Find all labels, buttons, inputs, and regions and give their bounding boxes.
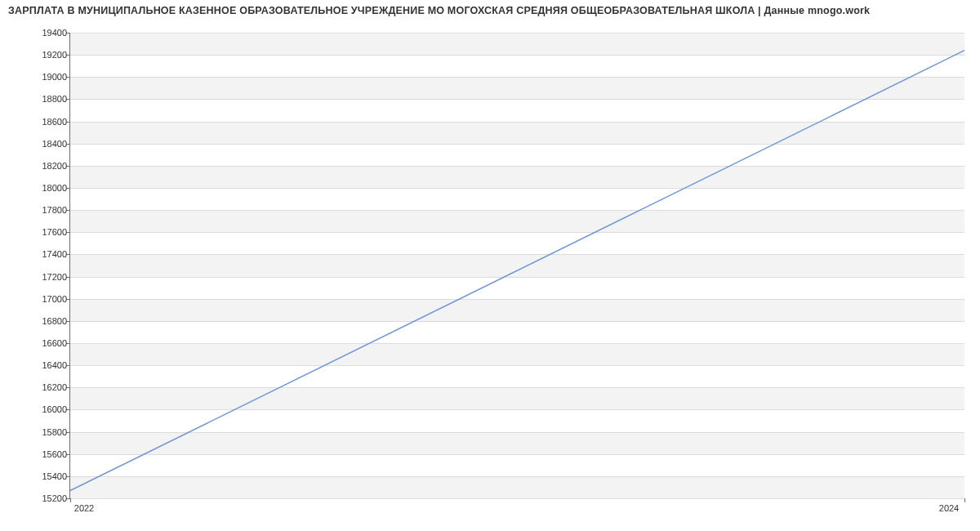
y-tick-label: 17000 [42,294,67,304]
y-tick-label: 18600 [42,117,67,127]
series-line [70,51,964,491]
y-tick-label: 16000 [42,404,67,414]
y-tick-label: 16800 [42,316,67,326]
y-tick-label: 18400 [42,139,67,149]
line-layer [70,33,964,498]
y-tick-label: 16600 [42,338,67,348]
y-tick-label: 16400 [42,360,67,370]
y-tick-label: 17800 [42,205,67,215]
y-tick-label: 16200 [42,382,67,392]
y-tick-label: 15600 [42,449,67,459]
y-tick-label: 18800 [42,94,67,104]
y-tick-label: 15800 [42,427,67,437]
y-tick-label: 17200 [42,272,67,282]
chart-title: ЗАРПЛАТА В МУНИЦИПАЛЬНОЕ КАЗЕННОЕ ОБРАЗО… [8,5,870,16]
y-tick-label: 15400 [42,471,67,481]
y-tick-label: 17400 [42,249,67,259]
y-gridline [70,498,964,499]
y-tick-label: 19400 [42,28,67,38]
y-tick-label: 17600 [42,227,67,237]
y-tick-label: 18000 [42,183,67,193]
y-tick-label: 15200 [42,493,67,503]
y-tick-label: 19200 [42,50,67,60]
x-tick-label: 2024 [939,503,959,513]
y-tick-label: 19000 [42,72,67,82]
x-tick-mark [964,498,965,502]
x-tick-mark [70,498,71,502]
x-tick-label: 2022 [74,503,94,513]
y-tick-label: 18200 [42,161,67,171]
plot-area [69,33,964,499]
chart-container: ЗАРПЛАТА В МУНИЦИПАЛЬНОЕ КАЗЕННОЕ ОБРАЗО… [0,0,980,531]
